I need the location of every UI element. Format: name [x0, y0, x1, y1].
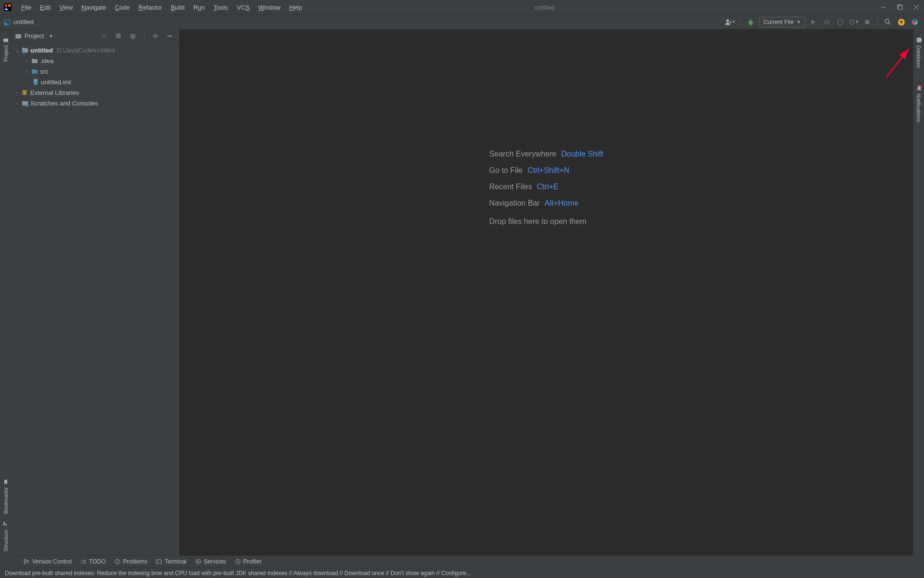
chevron-down-icon: ▼ — [796, 20, 801, 25]
notifications-tool-tab[interactable]: Notifications — [915, 81, 923, 126]
expand-all-button[interactable] — [113, 31, 124, 41]
database-tool-tab[interactable]: Database — [915, 33, 923, 72]
hint-nav-key: Alt+Home — [545, 199, 579, 208]
expand-arrow-icon[interactable]: › — [25, 58, 29, 64]
terminal-icon — [156, 559, 162, 565]
hint-search-key: Double Shift — [561, 150, 603, 158]
svg-line-20 — [852, 22, 853, 23]
todo-tab[interactable]: TODO — [80, 558, 105, 565]
project-panel-title[interactable]: Project ▼ — [15, 32, 53, 39]
bottom-tool-bar: Version Control TODO Problems Terminal S… — [0, 555, 924, 567]
menu-navigate[interactable]: Navigate — [77, 2, 110, 13]
svg-rect-52 — [25, 90, 27, 95]
project-view-icon — [15, 33, 22, 39]
project-tab-label: Project — [2, 45, 8, 62]
notifications-tab-label: Notifications — [916, 93, 922, 122]
vcs-label: Version Control — [32, 558, 72, 565]
project-tool-window: Project ▼ ⌄ untitled D:\JavaCode\untitle… — [11, 29, 180, 555]
run-configuration-selector[interactable]: Current File ▼ — [759, 17, 805, 27]
svg-point-13 — [825, 20, 829, 24]
add-user-button[interactable]: ▼ — [725, 17, 735, 27]
update-icon[interactable] — [896, 17, 907, 27]
expand-arrow-icon[interactable]: › — [25, 69, 29, 74]
services-label: Services — [204, 558, 226, 565]
svg-line-23 — [888, 23, 890, 25]
structure-tool-tab[interactable]: Structure — [1, 518, 10, 555]
hint-goto-label: Go to File — [489, 166, 523, 175]
expand-arrow-icon[interactable]: › — [15, 101, 20, 106]
tree-node-root[interactable]: ⌄ untitled D:\JavaCode\untitled — [11, 45, 179, 55]
profiler-tab[interactable]: Profiler — [235, 558, 262, 565]
select-opened-file-button[interactable] — [99, 31, 109, 41]
version-control-tab[interactable]: Version Control — [24, 558, 72, 565]
structure-tab-label: Structure — [2, 530, 8, 552]
search-button[interactable] — [883, 17, 893, 27]
hint-nav-label: Navigation Bar — [489, 199, 540, 208]
svg-point-69 — [117, 563, 118, 564]
svg-rect-1 — [5, 4, 7, 7]
terminal-label: Terminal — [165, 558, 186, 565]
collapse-all-button[interactable] — [128, 31, 138, 41]
tree-label: Scratches and Consoles — [30, 100, 98, 107]
svg-rect-45 — [32, 59, 34, 60]
menu-view[interactable]: View — [55, 2, 77, 13]
tree-node-iml[interactable]: untitled.iml — [11, 77, 179, 87]
menu-run[interactable]: Run — [190, 2, 209, 13]
maximize-button[interactable] — [896, 3, 904, 11]
chevron-down-icon: ▼ — [49, 34, 53, 39]
debug-button[interactable] — [821, 17, 832, 27]
tree-node-external-libs[interactable]: › External Libraries — [11, 87, 179, 98]
problems-tab[interactable]: Problems — [115, 558, 148, 565]
menu-file[interactable]: File — [17, 2, 35, 13]
divider — [877, 18, 878, 26]
project-tool-tab[interactable]: Project — [1, 33, 10, 66]
status-message: Download pre-built shared indexes: Reduc… — [5, 570, 471, 577]
scratches-icon — [22, 100, 28, 106]
bell-icon — [916, 85, 922, 92]
services-icon — [195, 559, 201, 565]
profiler-label: Profiler — [244, 558, 262, 565]
settings-button[interactable] — [150, 31, 161, 41]
coverage-button[interactable] — [835, 17, 846, 27]
breadcrumb-project[interactable]: untitled — [13, 18, 34, 26]
source-folder-icon — [31, 68, 38, 75]
bookmarks-tool-tab[interactable]: Bookmarks — [1, 475, 10, 518]
svg-rect-47 — [32, 69, 34, 71]
svg-line-74 — [238, 562, 239, 563]
window-controls — [880, 3, 920, 11]
warning-icon — [115, 559, 120, 565]
close-button[interactable] — [912, 3, 920, 11]
iml-file-icon — [32, 79, 39, 85]
svg-point-11 — [4, 23, 7, 26]
bookmarks-tab-label: Bookmarks — [2, 487, 8, 514]
tree-node-idea[interactable]: › .idea — [11, 55, 179, 66]
navigation-bar: untitled ▼ Current File ▼ ▼ — [0, 15, 924, 29]
menu-edit[interactable]: Edit — [36, 2, 54, 13]
svg-point-58 — [24, 559, 26, 561]
editor-empty-state[interactable]: Search EverywhereDouble Shift Go to File… — [180, 29, 913, 555]
menu-build[interactable]: Build — [167, 2, 189, 13]
svg-rect-28 — [5, 524, 7, 525]
services-tab[interactable]: Services — [195, 558, 226, 565]
menu-code[interactable]: Code — [111, 2, 134, 13]
left-tool-gutter: Project Bookmarks Structure — [0, 29, 11, 555]
project-panel-label: Project — [25, 32, 44, 39]
profile-button[interactable]: ▼ — [848, 17, 859, 27]
hide-button[interactable] — [165, 31, 175, 41]
expand-arrow-icon[interactable]: › — [15, 90, 20, 95]
status-message-bar[interactable]: Download pre-built shared indexes: Reduc… — [0, 567, 924, 578]
database-icon — [916, 37, 922, 43]
ide-features-icon[interactable] — [910, 17, 920, 27]
svg-rect-25 — [3, 39, 8, 42]
tree-label: untitled.iml — [41, 79, 71, 86]
terminal-tab[interactable]: Terminal — [156, 558, 186, 565]
tree-node-scratches[interactable]: › Scratches and Consoles — [11, 98, 179, 108]
run-button[interactable] — [808, 17, 819, 27]
build-button[interactable] — [745, 17, 756, 27]
database-tab-label: Database — [916, 45, 922, 68]
stop-button[interactable] — [862, 17, 873, 27]
expand-arrow-icon[interactable]: ⌄ — [15, 48, 20, 53]
menu-refactor[interactable]: Refactor — [135, 2, 166, 13]
minimize-button[interactable] — [880, 3, 887, 11]
tree-node-src[interactable]: › src — [11, 66, 179, 77]
